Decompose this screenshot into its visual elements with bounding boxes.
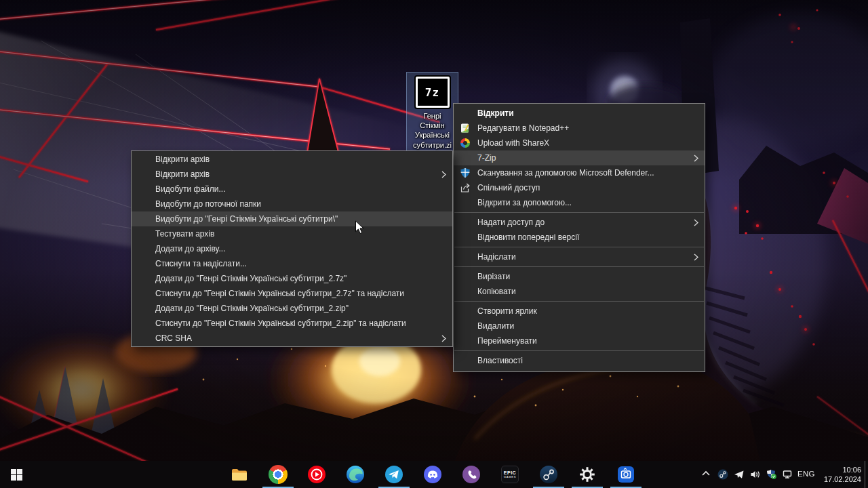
ctx-edit-notepadpp[interactable]: Редагувати в Notepad++ (454, 121, 705, 136)
screen-capture-icon (616, 465, 635, 484)
notepadpp-icon (460, 123, 471, 134)
z7-add-to-zip[interactable]: Додати до "Генрі Стікмін Українські субт… (132, 301, 452, 316)
ctx-share[interactable]: Спільний доступ (454, 180, 705, 195)
menu-separator (454, 350, 704, 351)
ctx-give-access[interactable]: Надати доступ до (454, 215, 705, 230)
ctx-delete[interactable]: Видалити (454, 319, 705, 333)
chrome-icon (269, 465, 288, 484)
z7-crc-sha[interactable]: CRC SHA (132, 331, 452, 346)
viber-icon (462, 465, 481, 484)
epic-games-icon: EPICGAMES (501, 466, 519, 483)
menu-separator (454, 212, 704, 213)
taskbar-settings[interactable] (578, 465, 597, 484)
z7-compress-and-email[interactable]: Стиснути та надіслати... (132, 256, 452, 271)
discord-icon (423, 465, 442, 484)
desktop-icon-7z-archive[interactable]: 7z Генрі Стікмін Українські субтитри.zi (406, 72, 458, 152)
taskbar-steam[interactable] (539, 465, 558, 484)
z7-extract-to-folder[interactable]: Видобути до "Генрі Стікмін Українські су… (132, 211, 452, 226)
taskbar: EPICGAMES ENG 10:06 17.02.2024 (0, 461, 868, 488)
ctx-open-with[interactable]: Відкрити за допомогою... (454, 195, 705, 210)
tray-date: 17.02.2024 (821, 474, 861, 484)
z7-add-to-archive[interactable]: Додати до архіву... (132, 241, 452, 256)
tray-clock[interactable]: 10:06 17.02.2024 (821, 465, 861, 484)
menu-separator (454, 301, 704, 302)
windows-logo-icon (11, 469, 22, 481)
z7-extract-files[interactable]: Видобути файли... (132, 182, 452, 197)
7zip-file-icon: 7z (416, 77, 450, 108)
taskbar-epic-games[interactable]: EPICGAMES (500, 465, 519, 484)
gear-icon (578, 465, 597, 484)
z7-test-archive[interactable]: Тестувати архів (132, 226, 452, 241)
sharex-icon (460, 138, 471, 148)
tray-telegram-icon[interactable] (734, 469, 745, 480)
file-explorer-icon (230, 465, 249, 484)
start-button[interactable] (0, 461, 33, 488)
submenu-arrow-icon (694, 253, 698, 261)
submenu-arrow-icon (441, 335, 446, 342)
z7-extract-here[interactable]: Видобути до поточної папки (132, 197, 452, 211)
menu-separator (454, 266, 704, 267)
taskbar-file-explorer[interactable] (230, 465, 249, 484)
defender-shield-icon (460, 167, 471, 178)
mouse-cursor (355, 220, 364, 237)
z7-compress-7z-email[interactable]: Стиснути до "Генрі Стікмін Українські су… (132, 286, 452, 301)
tray-volume-icon[interactable] (750, 469, 761, 480)
tray-network-icon[interactable] (783, 469, 793, 480)
menu-separator (454, 247, 704, 247)
ctx-restore-versions[interactable]: Відновити попередні версії (454, 230, 705, 245)
taskbar-discord[interactable] (423, 465, 442, 484)
taskbar-edge[interactable] (346, 465, 365, 484)
ctx-cut[interactable]: Вирізати (454, 269, 705, 284)
tray-security-shield-icon[interactable] (766, 469, 777, 480)
submenu-arrow-icon (441, 171, 446, 178)
taskbar-youtube-music[interactable] (307, 465, 326, 484)
tray-language-indicator[interactable]: ENG (797, 470, 815, 478)
ctx-copy[interactable]: Копіювати (454, 284, 705, 299)
ctx-upload-sharex[interactable]: Upload with ShareX (454, 136, 705, 150)
steam-icon (539, 465, 558, 484)
desktop-icon-label: Генрі Стікмін Українські субтитри.zi (413, 111, 452, 150)
tray-chevron-up-icon[interactable] (701, 469, 712, 480)
share-icon (460, 182, 471, 193)
youtube-music-icon (307, 465, 326, 484)
ctx-create-shortcut[interactable]: Створити ярлик (454, 304, 705, 319)
ctx-7zip[interactable]: 7-Zip (454, 150, 705, 165)
tray-time: 10:06 (821, 465, 861, 474)
submenu-arrow-icon (694, 155, 698, 162)
tray-steam-icon[interactable] (717, 469, 728, 480)
telegram-icon (384, 465, 403, 484)
show-desktop-button[interactable] (865, 461, 868, 488)
taskbar-telegram[interactable] (384, 465, 403, 484)
ctx-defender-scan[interactable]: Сканування за допомогою Microsoft Defend… (454, 165, 705, 180)
submenu-arrow-icon (694, 219, 698, 226)
ctx-rename[interactable]: Перейменувати (454, 333, 705, 348)
z7-add-to-7z[interactable]: Додати до "Генрі Стікмін Українські субт… (132, 271, 452, 286)
taskbar-chrome[interactable] (269, 465, 288, 484)
z7-open-archive[interactable]: Відкрити архів (132, 152, 452, 167)
z7-open-archive-as[interactable]: Відкрити архів (132, 167, 452, 182)
z7-compress-zip-email[interactable]: Стиснути до "Генрі Стікмін Українські су… (132, 316, 452, 331)
ctx-open[interactable]: Відкрити (454, 106, 705, 121)
file-context-menu: Відкрити Редагувати в Notepad++ Upload w… (453, 103, 705, 372)
7zip-submenu: Відкрити архів Відкрити архів Видобути ф… (131, 150, 453, 347)
taskbar-screen-capture[interactable] (616, 465, 635, 484)
ctx-send-to[interactable]: Надіслати (454, 249, 705, 264)
ctx-properties[interactable]: Властивості (454, 353, 705, 368)
taskbar-viber[interactable] (462, 465, 481, 484)
edge-icon (346, 465, 365, 484)
